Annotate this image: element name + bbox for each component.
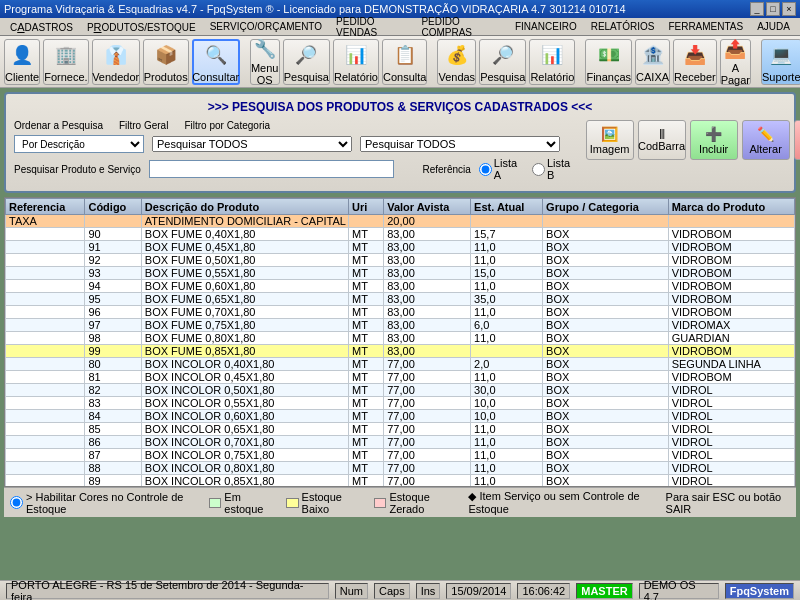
table-cell: BOX: [543, 280, 669, 293]
table-row[interactable]: 88BOX INCOLOR 0,80X1,80MT77,0011,0BOXVID…: [6, 462, 795, 475]
habilitar-radio[interactable]: [10, 496, 23, 509]
table-row[interactable]: 89BOX INCOLOR 0,85X1,80MT77,0011,0BOXVID…: [6, 475, 795, 488]
toolbar-suporte[interactable]: 💻 Suporte: [761, 39, 800, 85]
table-row[interactable]: 90BOX FUME 0,40X1,80MT83,0015,7BOXVIDROB…: [6, 228, 795, 241]
table-row[interactable]: 83BOX INCOLOR 0,55X1,80MT77,0010,0BOXVID…: [6, 397, 795, 410]
table-cell: 88: [85, 462, 141, 475]
menu-ajuda[interactable]: AJUDA: [751, 20, 796, 33]
table-cell: VIDROBOM: [668, 306, 794, 319]
table-cell: [6, 462, 85, 475]
time-status: 16:06:42: [517, 583, 570, 599]
toolbar-consultar[interactable]: 🔍 Consultar: [192, 39, 240, 85]
table-row[interactable]: 92BOX FUME 0,50X1,80MT83,0011,0BOXVIDROB…: [6, 254, 795, 267]
table-row[interactable]: 86BOX INCOLOR 0,70X1,80MT77,0011,0BOXVID…: [6, 436, 795, 449]
toolbar-caixa[interactable]: 🏦 CAIXA: [635, 39, 670, 85]
menu-servico[interactable]: SERVIÇO/ORÇAMENTO: [204, 20, 328, 33]
table-cell: 97: [85, 319, 141, 332]
excluir-button[interactable]: ❌ Excluir: [794, 120, 800, 160]
menu-pedido-compras[interactable]: PEDIDO COMPRAS: [415, 15, 507, 39]
menu-ferramentas[interactable]: FERRAMENTAS: [662, 20, 749, 33]
table-row[interactable]: TAXAATENDIMENTO DOMICILIAR - CAPITAL20,0…: [6, 215, 795, 228]
toolbar-cliente[interactable]: 👤 Cliente: [4, 39, 40, 85]
table-cell: VIDROBOM: [668, 371, 794, 384]
table-row[interactable]: 96BOX FUME 0,70X1,80MT83,0011,0BOXVIDROB…: [6, 306, 795, 319]
menu-pedido-vendas[interactable]: PEDIDO VENDAS: [330, 15, 413, 39]
menu-produtos[interactable]: PRODUTOS/ESTOQUE: [81, 20, 202, 34]
action-buttons: 🖼️ Imagem ||| CodBarra ➕ Incluir ✏️ Alte…: [586, 120, 800, 160]
col-uri: Uri: [349, 199, 384, 215]
menu-cadastros[interactable]: CADASTROS: [4, 20, 79, 34]
incluir-button[interactable]: ➕ Incluir: [690, 120, 738, 160]
table-row[interactable]: 82BOX INCOLOR 0,50X1,80MT77,0030,0BOXVID…: [6, 384, 795, 397]
toolbar-produtos[interactable]: 📦 Produtos: [143, 39, 189, 85]
table-row[interactable]: 84BOX INCOLOR 0,60X1,80MT77,0010,0BOXVID…: [6, 410, 795, 423]
table-cell: BOX: [543, 462, 669, 475]
codbarra-icon: |||: [659, 128, 664, 139]
imagem-button[interactable]: 🖼️ Imagem: [586, 120, 634, 160]
table-cell: 89: [85, 475, 141, 488]
table-cell: MT: [349, 293, 384, 306]
radio-lista-b[interactable]: Lista B: [532, 157, 578, 181]
table-cell: BOX FUME 0,55X1,80: [141, 267, 348, 280]
imagem-icon: 🖼️: [601, 126, 618, 142]
category-select[interactable]: Pesquisar TODOS: [360, 136, 560, 152]
table-row[interactable]: 87BOX INCOLOR 0,75X1,80MT77,0011,0BOXVID…: [6, 449, 795, 462]
table-row[interactable]: 85BOX INCOLOR 0,65X1,80MT77,0011,0BOXVID…: [6, 423, 795, 436]
alterar-button[interactable]: ✏️ Alterar: [742, 120, 790, 160]
table-row[interactable]: 97BOX FUME 0,75X1,80MT83,006,0BOXVIDROMA…: [6, 319, 795, 332]
table-cell: TAXA: [6, 215, 85, 228]
table-cell: VIDROL: [668, 397, 794, 410]
toolbar-vendedor[interactable]: 👔 Vendedor: [92, 39, 140, 85]
menu-relatorios[interactable]: RELATÓRIOS: [585, 20, 661, 33]
table-row[interactable]: 81BOX INCOLOR 0,45X1,80MT77,0011,0BOXVID…: [6, 371, 795, 384]
table-cell: 11,0: [471, 306, 543, 319]
table-cell: VIDROL: [668, 462, 794, 475]
produtos-icon: 📦: [152, 41, 180, 69]
toolbar-apagar[interactable]: 📤 A Pagar: [720, 39, 751, 85]
table-cell: BOX: [543, 423, 669, 436]
table-row[interactable]: 93BOX FUME 0,55X1,80MT83,0015,0BOXVIDROB…: [6, 267, 795, 280]
filter-select[interactable]: Pesquisar TODOS: [152, 136, 352, 152]
maximize-button[interactable]: □: [766, 2, 780, 16]
search-product-input[interactable]: [149, 160, 395, 178]
table-cell: MT: [349, 410, 384, 423]
toolbar-financas[interactable]: 💵 Finanças: [585, 39, 632, 85]
table-cell: MT: [349, 371, 384, 384]
toolbar-receber[interactable]: 📥 Receber: [673, 39, 717, 85]
caps-status: Caps: [374, 583, 410, 599]
table-cell: 11,0: [471, 436, 543, 449]
table-cell: MT: [349, 397, 384, 410]
toolbar-relatorio2[interactable]: 📊 Relatório: [529, 39, 575, 85]
table-cell: 10,0: [471, 397, 543, 410]
toolbar-pesquisa1[interactable]: 🔎 Pesquisa: [283, 39, 330, 85]
toolbar-menoos[interactable]: 🔧 Menu OS: [250, 39, 280, 85]
table-cell: BOX: [543, 475, 669, 488]
financas-icon: 💵: [595, 41, 623, 69]
table-cell: 92: [85, 254, 141, 267]
menoos-icon: 🔧: [251, 38, 279, 60]
toolbar-vendas[interactable]: 💰 Vendas: [437, 39, 476, 85]
table-row[interactable]: 94BOX FUME 0,60X1,80MT83,0011,0BOXVIDROB…: [6, 280, 795, 293]
legend-estoque-zerado: Estoque Zerado: [374, 491, 456, 515]
table-row[interactable]: 80BOX INCOLOR 0,40X1,80MT77,002,0BOXSEGU…: [6, 358, 795, 371]
toolbar-relatorio1[interactable]: 📊 Relatório: [333, 39, 379, 85]
col-referencia: Referencia: [6, 199, 85, 215]
menu-financeiro[interactable]: FINANCEIRO: [509, 20, 583, 33]
receber-icon: 📥: [681, 41, 709, 69]
table-row[interactable]: 98BOX FUME 0,80X1,80MT83,0011,0BOXGUARDI…: [6, 332, 795, 345]
toolbar-consulta2[interactable]: 📋 Consulta: [382, 39, 427, 85]
table-cell: 94: [85, 280, 141, 293]
table-row[interactable]: 91BOX FUME 0,45X1,80MT83,0011,0BOXVIDROB…: [6, 241, 795, 254]
minimize-button[interactable]: _: [750, 2, 764, 16]
table-cell: VIDROL: [668, 475, 794, 488]
close-button[interactable]: ×: [782, 2, 796, 16]
radio-lista-a[interactable]: Lista A: [479, 157, 524, 181]
table-row[interactable]: 99BOX FUME 0,85X1,80MT83,00BOXVIDROBOM: [6, 345, 795, 358]
table-row[interactable]: 95BOX FUME 0,65X1,80MT83,0035,0BOXVIDROB…: [6, 293, 795, 306]
table-cell: BOX: [543, 254, 669, 267]
order-select[interactable]: Por Descrição: [14, 135, 144, 153]
table-cell: 99: [85, 345, 141, 358]
toolbar-pesquisa2[interactable]: 🔎 Pesquisa: [479, 39, 526, 85]
codbarra-button[interactable]: ||| CodBarra: [638, 120, 686, 160]
toolbar-fornecedor[interactable]: 🏢 Fornece.: [43, 39, 88, 85]
